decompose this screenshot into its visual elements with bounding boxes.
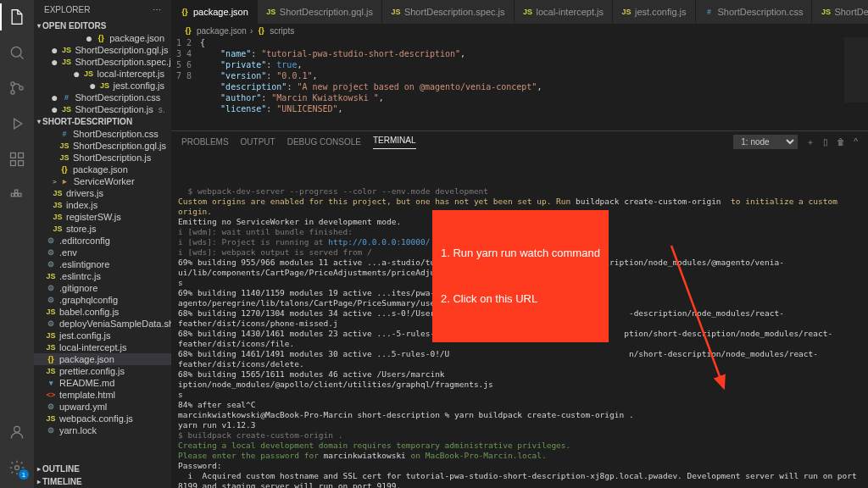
open-editor-item[interactable]: ●#ShortDescription.csssrc/@them...	[34, 92, 171, 103]
panel-tab-terminal[interactable]: TERMINAL	[373, 136, 416, 149]
maximize-panel-icon[interactable]: ^	[854, 137, 858, 147]
tree-item[interactable]: JSdrivers.js	[34, 187, 171, 199]
svg-rect-11	[19, 193, 21, 196]
svg-point-1	[11, 82, 14, 86]
tree-item[interactable]: <>template.html	[34, 389, 171, 401]
code-editor[interactable]: 1 2 3 4 5 6 7 8 { "name": "tutorial-pwa-…	[171, 37, 868, 130]
editor-tab[interactable]: JSlocal-intercept.js	[515, 0, 613, 24]
breadcrumb[interactable]: {}package.json › {}scripts	[171, 24, 868, 37]
outline-header[interactable]: ▸OUTLINE	[34, 463, 171, 475]
tree-item[interactable]: JSwebpack.config.js	[34, 413, 171, 424]
tree-item[interactable]: #ShortDescription.css	[34, 128, 171, 140]
open-editor-item[interactable]: ●JSlocal-intercept.js	[34, 68, 171, 80]
svg-rect-8	[11, 193, 14, 196]
panel-tab-debug[interactable]: DEBUG CONSOLE	[287, 137, 361, 147]
svg-rect-6	[19, 161, 24, 166]
terminal-selector[interactable]: 1: node	[733, 135, 798, 149]
editor-tab[interactable]: #ShortDescription.css	[696, 0, 813, 24]
svg-rect-7	[19, 153, 24, 158]
tree-item[interactable]: JSShortDescription.js	[34, 152, 171, 164]
tree-item[interactable]: JSregisterSW.js	[34, 211, 171, 223]
open-editor-item[interactable]: ●JSShortDescription.gql.jssrc/@t...	[34, 44, 171, 56]
account-icon[interactable]	[7, 422, 27, 442]
editor-tab[interactable]: {}package.json	[171, 0, 258, 24]
search-icon[interactable]	[7, 42, 27, 63]
timeline-header[interactable]: ▸TIMELINE	[34, 475, 171, 488]
sidebar-title: EXPLORER⋯	[34, 0, 171, 19]
tree-item[interactable]: ⚙yarn.lock	[34, 424, 171, 436]
tree-item[interactable]: ▾README.md	[34, 377, 171, 389]
settings-badge: 1	[19, 469, 29, 480]
kill-terminal-icon[interactable]: 🗑	[837, 137, 845, 147]
editor-tab[interactable]: JSShortDescription.gql.js	[258, 0, 382, 24]
source-control-icon[interactable]	[7, 78, 27, 98]
tree-item[interactable]: JSlocal-intercept.js	[34, 341, 171, 353]
new-terminal-icon[interactable]: ＋	[806, 136, 815, 148]
tree-item[interactable]: ⚙.graphqlconfig	[34, 294, 171, 306]
open-editor-item[interactable]: ●JSShortDescription.spec.jssrc/...	[34, 56, 171, 68]
tree-item[interactable]: ⚙.eslintignore	[34, 258, 171, 270]
svg-rect-10	[15, 190, 18, 192]
tree-item[interactable]: >▸ServiceWorker	[34, 175, 171, 187]
main-area: {}package.jsonJSShortDescription.gql.jsJ…	[171, 0, 868, 488]
minimap[interactable]	[844, 37, 868, 130]
tree-item[interactable]: JSprettier.config.js	[34, 365, 171, 377]
debug-icon[interactable]	[7, 114, 27, 134]
open-editors-header[interactable]: ▾OPEN EDITORS	[34, 19, 171, 32]
tree-item[interactable]: ⚙.gitignore	[34, 282, 171, 294]
project-header[interactable]: ▾SHORT-DESCRIPTION	[34, 115, 171, 128]
editor-tab[interactable]: JSjest.config.js	[613, 0, 696, 24]
panel-tabs: PROBLEMS OUTPUT DEBUG CONSOLE TERMINAL 1…	[171, 130, 868, 152]
tree-item[interactable]: JSbabel.config.js	[34, 306, 171, 318]
tree-item[interactable]: JSindex.js	[34, 199, 171, 211]
svg-point-13	[15, 466, 19, 470]
more-icon[interactable]: ⋯	[153, 5, 161, 14]
open-editor-item[interactable]: ●JSjest.config.js	[34, 80, 171, 92]
tree-item[interactable]: ⚙upward.yml	[34, 401, 171, 413]
docker-icon[interactable]	[7, 185, 27, 205]
explorer-icon[interactable]	[7, 7, 27, 27]
panel-tab-problems[interactable]: PROBLEMS	[181, 137, 229, 147]
tree-item[interactable]: JS.eslintrc.js	[34, 270, 171, 282]
editor-tabs: {}package.jsonJSShortDescription.gql.jsJ…	[171, 0, 868, 24]
split-terminal-icon[interactable]: ▯	[823, 137, 828, 147]
svg-point-12	[14, 426, 20, 432]
tree-item[interactable]: {}package.json	[34, 164, 171, 175]
tree-item[interactable]: JSstore.js	[34, 223, 171, 235]
tree-item[interactable]: ⚙deployVeniaSampleData.sh	[34, 318, 171, 330]
editor-tab[interactable]: JSShortDescription.spec.js	[382, 0, 515, 24]
tree-item[interactable]: ⚙.env	[34, 247, 171, 258]
svg-point-0	[11, 47, 21, 57]
svg-rect-4	[11, 153, 16, 158]
svg-rect-5	[11, 161, 16, 166]
tree-item[interactable]: JSShortDescription.gql.js	[34, 140, 171, 152]
activity-bar: 1	[0, 0, 34, 488]
editor-tab[interactable]: JSShortDescription.js	[812, 0, 868, 24]
svg-point-3	[19, 86, 23, 90]
tree-item[interactable]: {}package.json	[34, 353, 171, 365]
svg-point-2	[11, 91, 14, 94]
extensions-icon[interactable]	[7, 149, 27, 169]
panel-tab-output[interactable]: OUTPUT	[241, 137, 275, 147]
svg-rect-9	[15, 193, 18, 196]
tree-item[interactable]: JSjest.config.js	[34, 330, 171, 341]
settings-icon[interactable]: 1	[7, 458, 27, 478]
sidebar: EXPLORER⋯ ▾OPEN EDITORS ●{}package.json●…	[34, 0, 171, 488]
open-editor-item[interactable]: ●{}package.json	[34, 32, 171, 44]
open-editor-item[interactable]: ●JSShortDescription.jssrc/@them...	[34, 103, 171, 115]
tree-item[interactable]: ⚙.editorconfig	[34, 235, 171, 247]
annotation-callout: 1. Run yarn run watch command 2. Click o…	[432, 210, 609, 342]
terminal-output[interactable]: $ webpack-dev-server --progress --color …	[171, 152, 868, 488]
